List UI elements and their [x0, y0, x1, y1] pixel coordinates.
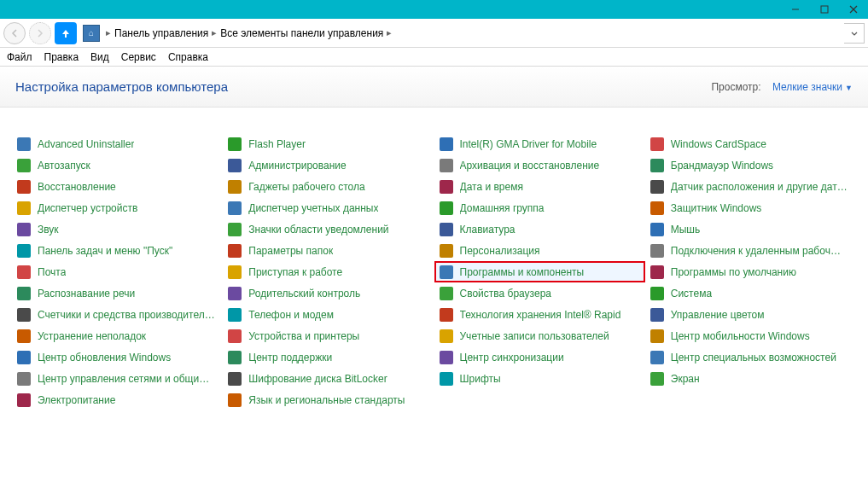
control-panel-item[interactable]: Значки области уведомлений: [223, 218, 434, 240]
menu-help[interactable]: Справка: [168, 51, 208, 63]
item-icon: [17, 201, 31, 215]
control-panel-item[interactable]: Устройства и принтеры: [223, 325, 434, 346]
control-panel-item[interactable]: Свойства браузера: [434, 282, 645, 304]
item-label: Значки области уведомлений: [248, 224, 388, 236]
control-panel-item[interactable]: Шрифты: [434, 368, 645, 389]
control-panel-item[interactable]: Родительский контроль: [223, 282, 434, 304]
items-column: Advanced UninstallerАвтозапускВосстановл…: [12, 133, 223, 410]
up-one-level-button[interactable]: [55, 22, 77, 44]
item-label: Свойства браузера: [460, 288, 552, 300]
control-panel-item[interactable]: Датчик расположения и другие дат…: [645, 176, 856, 197]
control-panel-item[interactable]: Гаджеты рабочего стола: [223, 176, 434, 197]
heading-row: Настройка параметров компьютера Просмотр…: [0, 67, 868, 108]
control-panel-item[interactable]: Мышь: [645, 218, 856, 240]
item-label: Диспетчер устройств: [38, 202, 137, 214]
menu-edit[interactable]: Правка: [44, 51, 79, 63]
menu-bar: Файл Правка Вид Сервис Справка: [0, 48, 868, 67]
breadcrumb-segment[interactable]: Все элементы панели управления: [220, 27, 383, 39]
control-panel-item[interactable]: Экран: [645, 368, 856, 389]
svg-rect-1: [821, 6, 828, 13]
breadcrumb-segment[interactable]: Панель управления: [114, 27, 208, 39]
control-panel-item[interactable]: Диспетчер устройств: [12, 197, 223, 218]
control-panel-item[interactable]: Автозапуск: [12, 154, 223, 176]
items-column: Flash PlayerАдминистрированиеГаджеты раб…: [223, 133, 434, 410]
control-panel-item[interactable]: Клавиатура: [434, 218, 645, 240]
item-label: Экран: [671, 373, 700, 385]
control-panel-item[interactable]: Брандмауэр Windows: [645, 154, 856, 176]
control-panel-item[interactable]: Диспетчер учетных данных: [223, 197, 434, 218]
item-icon: [440, 329, 453, 343]
control-panel-item[interactable]: Устранение неполадок: [12, 325, 223, 346]
item-icon: [650, 223, 664, 236]
item-icon: [228, 159, 242, 172]
item-label: Устройства и принтеры: [248, 330, 359, 342]
control-panel-item[interactable]: Центр управления сетями и общи…: [12, 368, 223, 389]
item-label: Центр управления сетями и общи…: [38, 373, 209, 385]
control-panel-item[interactable]: Шифрование диска BitLocker: [223, 368, 434, 389]
control-panel-item[interactable]: Intel(R) GMA Driver for Mobile: [434, 133, 645, 154]
control-panel-item[interactable]: Защитник Windows: [645, 197, 856, 218]
control-panel-item[interactable]: Персонализация: [434, 240, 645, 261]
menu-view[interactable]: Вид: [90, 51, 109, 63]
control-panel-item[interactable]: Система: [645, 282, 856, 304]
control-panel-item[interactable]: Параметры папок: [223, 240, 434, 261]
item-icon: [650, 159, 664, 172]
control-panel-item[interactable]: Учетные записи пользователей: [434, 325, 645, 346]
address-dropdown-button[interactable]: [844, 23, 865, 44]
control-panel-item[interactable]: Дата и время: [434, 176, 645, 197]
minimize-button[interactable]: [781, 0, 810, 19]
control-panel-item[interactable]: Управление цветом: [645, 304, 856, 325]
view-by-label: Просмотр:: [711, 81, 760, 93]
control-panel-item[interactable]: Приступая к работе: [223, 261, 434, 282]
item-label: Почта: [38, 266, 66, 278]
control-panel-item[interactable]: Электропитание: [12, 389, 223, 410]
item-icon: [228, 201, 242, 215]
menu-service[interactable]: Сервис: [121, 51, 156, 63]
control-panel-item[interactable]: Программы по умолчанию: [645, 261, 856, 282]
control-panel-item[interactable]: Восстановление: [12, 176, 223, 197]
control-panel-item[interactable]: Панель задач и меню "Пуск": [12, 240, 223, 261]
control-panel-item[interactable]: Технология хранения Intel® Rapid: [434, 304, 645, 325]
control-panel-item[interactable]: Центр мобильности Windows: [645, 325, 856, 346]
control-panel-item[interactable]: Телефон и модем: [223, 304, 434, 325]
maximize-button[interactable]: [810, 0, 839, 19]
control-panel-item[interactable]: Администрирование: [223, 154, 434, 176]
item-icon: [228, 372, 242, 386]
control-panel-item[interactable]: Язык и региональные стандарты: [223, 389, 434, 410]
control-panel-icon: ⌂: [80, 22, 102, 44]
item-label: Дата и время: [460, 181, 523, 193]
control-panel-item[interactable]: Центр специальных возможностей: [645, 346, 856, 368]
control-panel-item[interactable]: Подключения к удаленным рабоч…: [645, 240, 856, 261]
item-icon: [228, 223, 242, 236]
item-icon: [650, 372, 664, 386]
item-icon: [17, 137, 31, 151]
menu-file[interactable]: Файл: [7, 51, 32, 63]
control-panel-item[interactable]: Программы и компоненты: [434, 261, 645, 282]
item-label: Защитник Windows: [671, 202, 762, 214]
control-panel-item[interactable]: Почта: [12, 261, 223, 282]
item-label: Подключения к удаленным рабоч…: [671, 245, 841, 257]
back-button[interactable]: [3, 22, 26, 44]
control-panel-item[interactable]: Счетчики и средства производител…: [12, 304, 223, 325]
item-icon: [650, 287, 664, 300]
close-button[interactable]: [839, 0, 868, 19]
control-panel-item[interactable]: Центр синхронизации: [434, 346, 645, 368]
control-panel-item[interactable]: Центр поддержки: [223, 346, 434, 368]
control-panel-item[interactable]: Архивация и восстановление: [434, 154, 645, 176]
item-icon: [650, 329, 664, 343]
control-panel-item[interactable]: Центр обновления Windows: [12, 346, 223, 368]
control-panel-item[interactable]: Звук: [12, 218, 223, 240]
item-label: Гаджеты рабочего стола: [248, 181, 364, 193]
control-panel-item[interactable]: Домашняя группа: [434, 197, 645, 218]
content-area: Настройка параметров компьютера Просмотр…: [0, 67, 868, 477]
control-panel-item[interactable]: Advanced Uninstaller: [12, 133, 223, 154]
item-label: Программы по умолчанию: [671, 266, 796, 278]
breadcrumb-separator: ▸: [212, 27, 217, 38]
view-by-selector[interactable]: Мелкие значки▼: [772, 81, 853, 93]
item-icon: [17, 329, 31, 343]
forward-button[interactable]: [29, 22, 51, 44]
item-icon: [17, 351, 31, 364]
control-panel-item[interactable]: Windows CardSpace: [645, 133, 856, 154]
control-panel-item[interactable]: Flash Player: [223, 133, 434, 154]
control-panel-item[interactable]: Распознавание речи: [12, 282, 223, 304]
